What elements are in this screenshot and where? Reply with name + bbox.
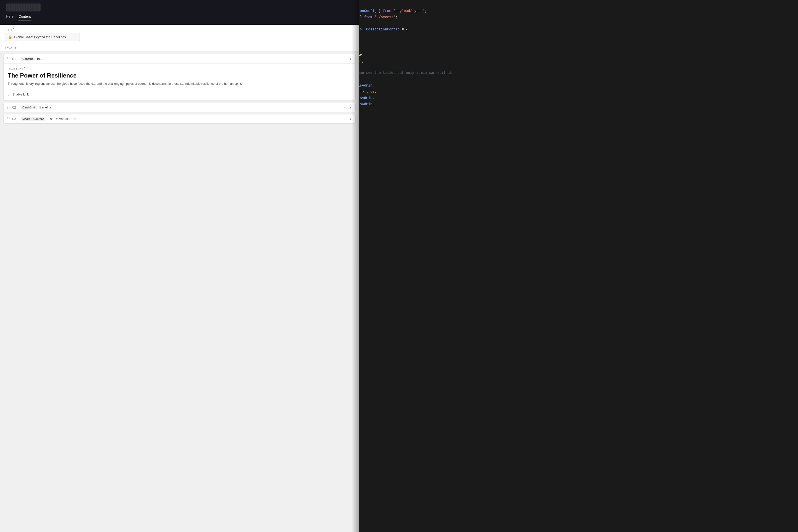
block-type-badge-03: Media + Content [21, 117, 45, 121]
cms-panel: Here Content Title* 🔒 Global Gaze: Beyon… [0, 0, 359, 532]
lock-icon: 🔒 [8, 35, 12, 39]
drag-handle-01[interactable] [7, 57, 10, 60]
code-line-17: 17 }, [303, 108, 798, 114]
code-line-21: 21 }; [303, 132, 798, 138]
code-line-19: 19 {, [303, 120, 798, 126]
code-editor: 1 import { CollectionConfig } from 'payl… [303, 0, 798, 532]
block-menu-03[interactable]: ··· [343, 117, 346, 121]
blocks-area: 01 Content Intro ··· ▲ Rich text * The P… [0, 52, 359, 532]
code-line-3: 3 [303, 20, 798, 26]
block-01-body: Rich text * The Power of Resilience Thro… [4, 63, 355, 100]
block-num-01: 01 [12, 57, 18, 61]
title-input-row[interactable]: 🔒 Global Gaze: Beyond the Headlines [5, 33, 80, 41]
code-line-12: 12 access: { [303, 76, 798, 82]
tab-here[interactable]: Here [6, 15, 14, 20]
code-line-6: 6 fields: [ [303, 39, 798, 45]
title-field-label: Title* [5, 28, 354, 32]
code-line-20: 20 ], [303, 126, 798, 132]
code-line-2: 2 import { isAdmin } from './access'; [303, 14, 798, 20]
content-header: Title* 🔒 Global Gaze: Beyond the Headlin… [0, 25, 359, 44]
block-type-badge-01: Content [21, 57, 35, 61]
block-title-02: Benefits [39, 106, 340, 109]
block-num-03: 03 [12, 117, 18, 121]
drag-handle-03[interactable] [7, 117, 10, 120]
title-value: Global Gaze: Beyond the Headlines [14, 35, 66, 39]
code-line-4: 4 export const Posts: CollectionConfig =… [303, 26, 798, 33]
block-menu-02[interactable]: ··· [343, 106, 346, 110]
tab-content[interactable]: Content [18, 15, 31, 20]
block-type-badge-02: Card Grid [21, 106, 37, 110]
code-line-10: 10 [303, 64, 798, 70]
rich-text-label: Rich text * [8, 66, 352, 70]
code-line-7: 7 { [303, 45, 798, 51]
block-menu-01[interactable]: ··· [343, 57, 346, 61]
logo [6, 3, 41, 12]
code-line-15: 15 update: isAdmin, [303, 95, 798, 101]
block-03: 03 Media + Content The Universal Truth ·… [3, 114, 356, 124]
code-line-13: 13 create: isAdmin, [303, 82, 798, 89]
article-body: Throughout history, regions across the g… [8, 81, 352, 86]
code-line-9: 9 type: 'text', [303, 58, 798, 64]
nav-tabs: Here Content [6, 15, 353, 21]
code-line-5: 5 slug: 'posts', [303, 33, 798, 39]
code-line-16: 16 delete: isAdmin, [303, 101, 798, 108]
code-line-14: 14 read: () => true, [303, 89, 798, 95]
block-02-header: 02 Card Grid Benefits ··· ▲ [4, 103, 355, 112]
code-line-8: 8 name: 'title', [303, 52, 798, 58]
block-title-03: The Universal Truth [48, 117, 340, 121]
code-line-1: 1 import { CollectionConfig } from 'payl… [303, 8, 798, 14]
enable-link-label: Enable Link [13, 93, 29, 96]
article-title: The Power of Resilience [8, 72, 352, 79]
block-03-header: 03 Media + Content The Universal Truth ·… [4, 114, 355, 124]
code-line-11: 11 // Anyone can see the title, but only… [303, 70, 798, 76]
top-nav: Here Content [0, 0, 359, 25]
block-02: 02 Card Grid Benefits ··· ▲ [3, 103, 356, 112]
enable-link-row: ✓ Enable Link [8, 90, 352, 96]
block-01: 01 Content Intro ··· ▲ Rich text * The P… [3, 54, 356, 101]
block-01-header: 01 Content Intro ··· ▲ [4, 54, 355, 63]
layout-section-label: Layout [0, 44, 359, 52]
drag-handle-02[interactable] [7, 106, 10, 109]
block-title-01: Intro [37, 57, 340, 61]
block-num-02: 02 [12, 106, 18, 110]
code-line-18: 18 [303, 114, 798, 120]
check-icon: ✓ [8, 93, 11, 96]
